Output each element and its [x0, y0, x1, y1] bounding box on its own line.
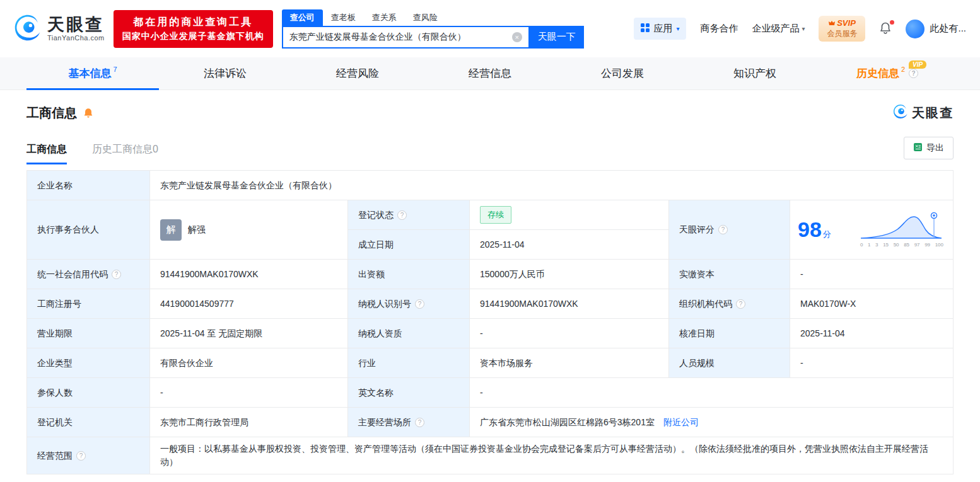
- export-label: 导出: [926, 142, 944, 154]
- tab-legal-label: 法律诉讼: [204, 66, 247, 81]
- search-tab-risk[interactable]: 查风险: [405, 9, 446, 26]
- field-value-registration-status: 存续: [470, 200, 669, 230]
- help-icon[interactable]: ?: [736, 299, 745, 309]
- avatar: [906, 20, 925, 38]
- field-label-industry: 行业: [348, 348, 470, 378]
- score-distribution-chart: 0 1 3 15 50 85 97 99 100: [858, 210, 945, 249]
- business-cooperation-link[interactable]: 商务合作: [700, 23, 738, 35]
- tab-company-development[interactable]: 公司发展: [556, 57, 689, 89]
- subtab-history-business-info[interactable]: 历史工商信息0: [92, 143, 158, 164]
- tab-intellectual-property[interactable]: 知识产权: [689, 57, 821, 89]
- header-right: 应用 ▾ 商务合作 企业级产品 ▾ SVIP 会员服务: [634, 16, 966, 42]
- brand-domain: TianYanCha.com: [47, 34, 105, 42]
- enterprise-products-label: 企业级产品: [752, 23, 799, 35]
- section-title: 工商信息: [26, 105, 77, 122]
- partner-avatar[interactable]: 解: [160, 219, 182, 241]
- tianyancha-logo-icon: [893, 104, 908, 122]
- field-value-paid-capital: -: [790, 260, 954, 289]
- field-value-business-scope: 一般项目：以私募基金从事股权投资、投资管理、资产管理等活动（须在中国证券投资基金…: [150, 437, 954, 474]
- vip-badge: VIP: [909, 60, 926, 69]
- tab-risk-label: 经营风险: [336, 66, 379, 81]
- enterprise-products-menu[interactable]: 企业级产品 ▾: [752, 23, 805, 35]
- tab-history-count: 2: [901, 66, 905, 73]
- score-chart-ticks: 0 1 3 15 50 85 97 99 100: [860, 241, 943, 249]
- field-label-executive-partner: 执行事务合伙人: [27, 200, 150, 260]
- field-value-credit-code: 91441900MAK0170WXK: [150, 260, 348, 289]
- field-label-staff-size: 人员规模: [669, 348, 790, 378]
- search-tab-relation[interactable]: 查关系: [364, 9, 405, 26]
- main-content: 工商信息 天眼查 工商信息 历史工商信息0: [0, 104, 980, 474]
- tab-development-label: 公司发展: [601, 66, 644, 81]
- tab-operation-info[interactable]: 经营信息: [424, 57, 556, 89]
- field-value-capital: 150000万人民币: [470, 260, 669, 289]
- field-label-business-term: 营业期限: [27, 319, 150, 348]
- help-icon[interactable]: ?: [76, 451, 86, 461]
- nearby-companies-link[interactable]: 附近公司: [663, 416, 699, 429]
- field-value-establish-date: 2025-11-04: [470, 230, 669, 260]
- help-icon[interactable]: ?: [415, 299, 424, 309]
- apps-grid-icon: [641, 23, 650, 34]
- field-value-address: 广东省东莞市松山湖园区红棉路6号3栋201室 附近公司: [470, 408, 954, 437]
- search-tab-boss[interactable]: 查老板: [323, 9, 364, 26]
- tianyancha-logo-icon: [14, 14, 42, 44]
- field-label-company-name: 企业名称: [27, 171, 150, 200]
- field-label-insured-count: 参保人数: [27, 378, 150, 408]
- tab-basic-info-label: 基本信息: [68, 66, 111, 81]
- export-excel-icon: [913, 142, 923, 154]
- field-value-tianyan-score: 98 分 0 1 3 15 50 85 97 99: [790, 200, 954, 260]
- top-header: 天眼查 TianYanCha.com 都在用的商业查询工具 国家中小企业发展子基…: [0, 0, 980, 57]
- promo-banner: 都在用的商业查询工具 国家中小企业发展子基金旗下机构: [114, 10, 273, 48]
- partner-name-link[interactable]: 解强: [188, 223, 206, 236]
- help-icon[interactable]: ?: [397, 210, 407, 220]
- tab-history-info[interactable]: 历史信息 2 ? VIP: [821, 57, 954, 89]
- announcement-bell-icon[interactable]: [83, 107, 94, 118]
- help-icon[interactable]: ?: [415, 418, 424, 427]
- tianyancha-logo[interactable]: 天眼查 TianYanCha.com: [14, 14, 105, 44]
- field-value-english-name: -: [470, 378, 954, 408]
- search-input[interactable]: [289, 32, 512, 42]
- tab-operation-risk[interactable]: 经营风险: [291, 57, 424, 89]
- field-value-registry: 东莞市工商行政管理局: [150, 408, 348, 437]
- field-label-credit-code: 统一社会信用代码 ?: [27, 260, 150, 289]
- svip-member-button[interactable]: SVIP 会员服务: [819, 16, 865, 42]
- field-value-reg-number: 441900014509777: [150, 289, 348, 319]
- tab-basic-info-count: 7: [113, 66, 117, 73]
- status-badge: 存续: [480, 206, 511, 224]
- tab-history-label: 历史信息: [856, 66, 899, 81]
- help-icon[interactable]: ?: [718, 225, 728, 234]
- score-value[interactable]: 98 分: [798, 214, 831, 246]
- subtab-business-info[interactable]: 工商信息: [26, 143, 67, 164]
- promo-line2: 国家中小企业发展子基金旗下机构: [122, 31, 264, 42]
- watermark-brand-name: 天眼查: [912, 105, 954, 122]
- export-button[interactable]: 导出: [904, 137, 954, 159]
- field-value-industry: 资本市场服务: [470, 348, 669, 378]
- field-label-address: 主要经营场所 ?: [348, 408, 470, 437]
- user-account[interactable]: 此处有...: [906, 20, 966, 38]
- help-icon[interactable]: ?: [112, 270, 121, 279]
- field-label-business-scope: 经营范围 ?: [27, 437, 150, 474]
- notifications-bell[interactable]: [879, 21, 892, 37]
- field-value-staff-size: -: [790, 348, 954, 378]
- svip-label: SVIP: [837, 18, 856, 28]
- apps-menu[interactable]: 应用 ▾: [634, 18, 686, 40]
- search-button[interactable]: 天眼一下: [530, 26, 584, 49]
- tab-ip-label: 知识产权: [733, 66, 776, 81]
- tab-basic-info[interactable]: 基本信息 7: [26, 57, 159, 89]
- field-label-taxpayer-qualification: 纳税人资质: [348, 319, 470, 348]
- field-value-insured-count: -: [150, 378, 348, 408]
- tab-operation-label: 经营信息: [469, 66, 511, 81]
- field-value-taxpayer-id: 91441900MAK0170WXK: [470, 289, 669, 319]
- tab-legal-proceedings[interactable]: 法律诉讼: [159, 57, 291, 89]
- search-tab-company[interactable]: 查公司: [282, 9, 323, 26]
- chevron-down-icon: ▾: [676, 25, 679, 32]
- crown-icon: [829, 18, 835, 28]
- help-icon[interactable]: ?: [909, 69, 918, 78]
- field-label-org-code: 组织机构代码 ?: [669, 289, 790, 319]
- field-label-tianyan-score: 天眼评分 ?: [669, 200, 790, 260]
- clear-icon[interactable]: ×: [512, 32, 522, 42]
- field-value-org-code: MAK0170W-X: [790, 289, 954, 319]
- field-value-taxpayer-qualification: -: [470, 319, 669, 348]
- field-label-approval-date: 核准日期: [669, 319, 790, 348]
- field-label-paid-capital: 实缴资本: [669, 260, 790, 289]
- field-label-english-name: 英文名称: [348, 378, 470, 408]
